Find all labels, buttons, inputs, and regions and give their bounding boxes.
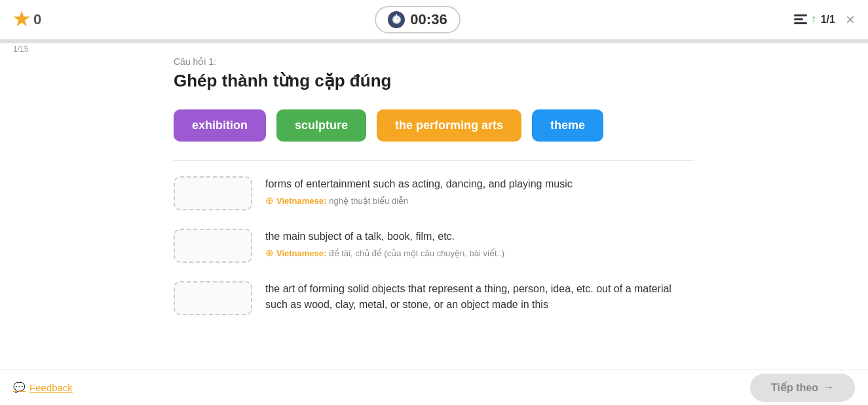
vn-text-1: nghệ thuật biểu diễn — [329, 196, 408, 206]
answer-row-3: the art of forming solid objects that re… — [174, 281, 694, 315]
star-icon: ★ — [13, 9, 29, 30]
chip-exhibition[interactable]: exhibition — [174, 109, 266, 142]
word-chips: exhibition sculpture the performing arts… — [174, 109, 694, 142]
score-display: ★ 0 — [13, 9, 41, 30]
next-label: Tiếp theo — [771, 381, 818, 394]
question-title: Ghép thành từng cặp đúng — [174, 71, 694, 91]
answer-row: forms of entertainment such as acting, d… — [174, 176, 694, 210]
timer-value: 00:36 — [410, 11, 447, 28]
vn-label-2: Vietnamese: — [276, 248, 326, 258]
answer-text-1: forms of entertainment such as acting, d… — [265, 176, 694, 192]
progress-bar-container: 1/15 — [0, 39, 868, 43]
chip-theme[interactable]: theme — [532, 109, 603, 142]
feedback-button[interactable]: 💬 Feedback — [13, 381, 73, 393]
vn-icon-1: ⊕ — [265, 195, 274, 206]
progress-bar-fill — [0, 39, 868, 43]
timer-display: 🕐 00:36 — [375, 6, 460, 33]
progress-label: 1/1 — [821, 14, 835, 26]
vn-text-2: đề tài, chủ đề (của một câu chuyện, bài … — [329, 248, 504, 258]
clock-icon: 🕐 — [388, 11, 405, 28]
vietnamese-hint-2: ⊕ Vietnamese: đề tài, chủ đề (của một câ… — [265, 247, 694, 259]
chip-performing-arts[interactable]: the performing arts — [377, 109, 521, 142]
vn-icon-2: ⊕ — [265, 247, 274, 259]
answer-slot-2[interactable] — [174, 229, 252, 263]
arrow-up-icon: ↑ — [811, 12, 817, 26]
footer: 💬 Feedback Tiếp theo → — [0, 369, 868, 405]
answer-text-3: the art of forming solid objects that re… — [265, 281, 694, 313]
next-button[interactable]: Tiếp theo → — [750, 374, 855, 402]
chip-sculpture[interactable]: sculpture — [276, 109, 366, 142]
question-label: Câu hỏi 1: — [174, 56, 694, 67]
next-arrow-icon: → — [823, 381, 834, 393]
vn-label-1: Vietnamese: — [276, 196, 326, 206]
feedback-label: Feedback — [29, 382, 73, 393]
score-value: 0 — [33, 11, 41, 28]
answer-content-3: the art of forming solid objects that re… — [265, 281, 694, 315]
main-content: Câu hỏi 1: Ghép thành từng cặp đúng exhi… — [0, 43, 868, 347]
list-icon — [794, 14, 807, 24]
feedback-icon: 💬 — [13, 381, 26, 393]
answer-content-2: the main subject of a talk, book, film, … — [265, 229, 694, 259]
progress-fraction: 1/15 — [13, 45, 28, 54]
answer-slot-3[interactable] — [174, 281, 252, 315]
answer-slot-1[interactable] — [174, 176, 252, 210]
progress-list-button[interactable]: ↑ 1/1 — [794, 12, 835, 26]
divider — [174, 160, 694, 161]
answer-content-1: forms of entertainment such as acting, d… — [265, 176, 694, 206]
answer-row-2: the main subject of a talk, book, film, … — [174, 229, 694, 263]
answer-text-2: the main subject of a talk, book, film, … — [265, 229, 694, 244]
close-button[interactable]: × — [846, 12, 855, 28]
header-right: ↑ 1/1 × — [794, 12, 855, 28]
vietnamese-hint-1: ⊕ Vietnamese: nghệ thuật biểu diễn — [265, 195, 694, 206]
header: ★ 0 🕐 00:36 ↑ 1/1 × — [0, 0, 868, 39]
